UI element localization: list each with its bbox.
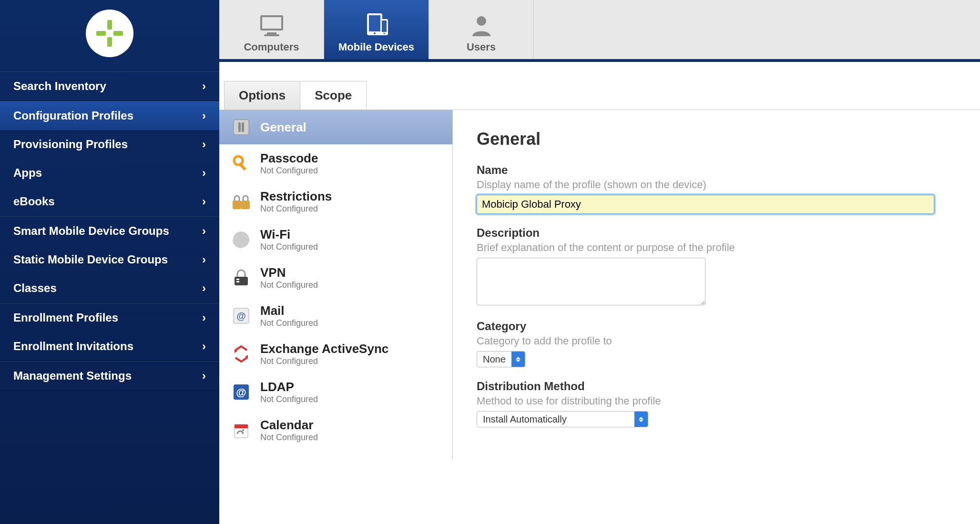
svg-rect-5	[262, 17, 281, 29]
payload-subtitle: Not Configured	[260, 242, 318, 252]
subtab-label: Scope	[315, 88, 352, 102]
tab-mobile-devices[interactable]: Mobile Devices	[324, 0, 429, 59]
svg-rect-9	[369, 15, 380, 31]
payload-vpn[interactable]: VPN Not Configured	[219, 259, 452, 297]
payload-wifi[interactable]: Wi-Fi Not Configured	[219, 221, 452, 259]
sidebar-item-ebooks[interactable]: eBooks ›	[0, 187, 219, 216]
sidebar-item-static-groups[interactable]: Static Mobile Device Groups ›	[0, 245, 219, 274]
svg-point-13	[383, 32, 385, 34]
chevron-right-icon: ›	[202, 311, 206, 324]
select-value: None	[477, 352, 511, 367]
payload-subtitle: Not Configured	[260, 356, 388, 366]
sidebar-item-apps[interactable]: Apps ›	[0, 159, 219, 187]
payload-subtitle: Not Configured	[260, 204, 332, 214]
svg-text:@: @	[236, 311, 246, 321]
subtab-options[interactable]: Options	[224, 81, 300, 110]
tab-computers[interactable]: Computers	[219, 0, 324, 59]
payload-title: Calendar	[260, 418, 318, 433]
select-value: Install Automatically	[477, 412, 634, 427]
sidebar-item-label: Provisioning Profiles	[13, 138, 128, 151]
payload-general[interactable]: General	[219, 110, 452, 144]
detail-pane: General Name Display name of the profile…	[453, 110, 980, 459]
payload-title: Wi-Fi	[260, 227, 318, 242]
payload-subtitle: Not Configured	[260, 318, 318, 328]
description-input[interactable]	[477, 258, 705, 305]
svg-rect-6	[267, 32, 276, 34]
sidebar-item-classes[interactable]: Classes ›	[0, 274, 219, 302]
sidebar-item-label: Configuration Profiles	[13, 109, 133, 122]
vpn-icon	[232, 268, 251, 287]
sidebar-item-enrollment-profiles[interactable]: Enrollment Profiles ›	[0, 303, 219, 332]
sidebar-item-search-inventory[interactable]: Search Inventory ›	[0, 72, 219, 101]
calendar-icon	[232, 421, 251, 440]
chevron-right-icon: ›	[202, 166, 206, 180]
sidebar-item-management-settings[interactable]: Management Settings ›	[0, 362, 219, 390]
svg-rect-12	[382, 20, 387, 32]
svg-rect-17	[242, 122, 244, 132]
svg-rect-3	[113, 31, 123, 36]
name-help: Display name of the profile (shown on th…	[477, 179, 956, 191]
exchange-icon	[232, 344, 251, 363]
svg-point-10	[374, 32, 376, 34]
payload-subtitle: Not Configured	[260, 394, 318, 404]
payload-passcode[interactable]: Passcode Not Configured	[219, 144, 452, 182]
svg-rect-16	[238, 122, 241, 132]
category-select[interactable]: None	[477, 351, 525, 367]
payload-title: Passcode	[260, 151, 318, 166]
sidebar-item-provisioning-profiles[interactable]: Provisioning Profiles ›	[0, 130, 219, 159]
sidebar-item-configuration-profiles[interactable]: Configuration Profiles ›	[0, 101, 219, 130]
category-help: Category to add the profile to	[477, 335, 956, 347]
chevron-right-icon: ›	[202, 195, 206, 208]
description-label: Description	[477, 226, 956, 240]
payload-calendar[interactable]: Calendar Not Configured	[219, 411, 452, 449]
jamf-logo-icon	[95, 19, 124, 48]
svg-rect-33	[235, 424, 248, 428]
payload-subtitle: Not Configured	[260, 166, 318, 176]
name-label: Name	[477, 163, 956, 177]
svg-rect-25	[236, 281, 239, 282]
chevron-right-icon: ›	[202, 80, 206, 93]
description-help: Brief explanation of the content or purp…	[477, 242, 956, 254]
sidebar-item-label: Static Mobile Device Groups	[13, 253, 168, 266]
payload-mail[interactable]: @ Mail Not Configured	[219, 297, 452, 335]
svg-rect-24	[236, 279, 239, 280]
tab-label: Computers	[244, 41, 299, 53]
sidebar-item-label: Smart Mobile Device Groups	[13, 224, 169, 238]
payload-restrictions[interactable]: Restrictions Not Configured	[219, 182, 452, 221]
name-input[interactable]	[477, 195, 934, 214]
svg-rect-7	[264, 34, 279, 36]
distribution-help: Method to use for distributing the profi…	[477, 395, 956, 407]
tab-users[interactable]: Users	[429, 0, 534, 59]
svg-rect-1	[107, 37, 112, 47]
sidebar-item-label: Search Inventory	[13, 80, 106, 93]
subtab-scope[interactable]: Scope	[300, 81, 367, 110]
payload-ldap[interactable]: @ LDAP Not Configured	[219, 373, 452, 411]
svg-rect-21	[241, 201, 250, 209]
svg-point-14	[477, 16, 486, 26]
sidebar-item-enrollment-invitations[interactable]: Enrollment Invitations ›	[0, 332, 219, 361]
payload-title: LDAP	[260, 380, 318, 394]
select-stepper-icon	[634, 412, 648, 427]
sidebar-item-label: Management Settings	[13, 369, 132, 383]
computer-icon	[257, 13, 286, 37]
mobile-devices-icon	[362, 11, 391, 37]
distribution-select[interactable]: Install Automatically	[477, 411, 648, 427]
sidebar: Search Inventory › Configuration Profile…	[0, 0, 219, 524]
svg-rect-0	[107, 20, 112, 30]
payload-title: Restrictions	[260, 189, 332, 204]
distribution-label: Distribution Method	[477, 380, 956, 393]
sidebar-item-label: eBooks	[13, 195, 55, 208]
svg-rect-2	[96, 31, 106, 36]
chevron-right-icon: ›	[202, 109, 206, 122]
payload-title: Exchange ActiveSync	[260, 342, 388, 356]
sidebar-item-smart-groups[interactable]: Smart Mobile Device Groups ›	[0, 217, 219, 245]
payload-exchange[interactable]: Exchange ActiveSync Not Configured	[219, 335, 452, 373]
category-label: Category	[477, 320, 956, 333]
chevron-right-icon: ›	[202, 369, 206, 383]
payload-title: VPN	[260, 265, 318, 280]
sidebar-item-label: Enrollment Invitations	[13, 340, 133, 353]
lock-icon	[231, 192, 252, 211]
payload-title: General	[260, 120, 306, 135]
svg-text:@: @	[236, 386, 246, 398]
sidebar-item-label: Classes	[13, 282, 57, 295]
